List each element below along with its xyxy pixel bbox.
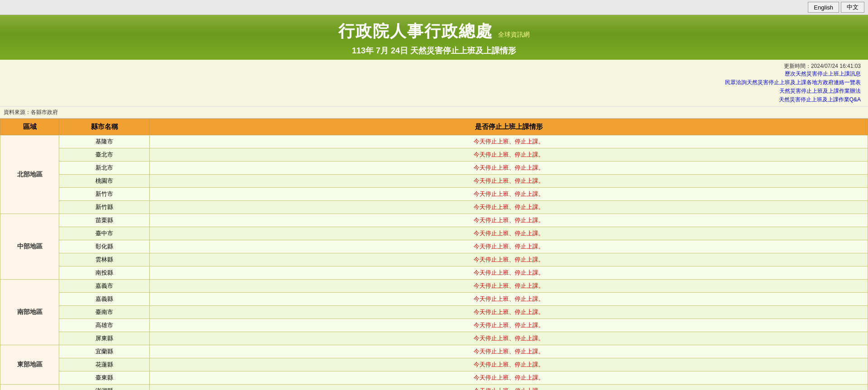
region-cell: 北部地區 [0, 135, 59, 214]
chinese-button[interactable]: 中文 [841, 2, 864, 13]
table-row: 桃園市今天停止上班、停止上課。 [0, 175, 868, 188]
city-cell: 新北市 [59, 162, 150, 175]
table-row: 臺南市今天停止上班、停止上課。 [0, 306, 868, 319]
status-text: 今天停止上班、停止上課。 [474, 177, 544, 184]
info-link[interactable]: 歷次天然災害停止上班上課訊息 [785, 70, 861, 78]
status-cell: 今天停止上班、停止上課。 [150, 175, 868, 188]
links-block: 歷次天然災害停止上班上課訊息民眾洽詢天然災害停止上班及上課各地方政府連絡一覽表天… [725, 70, 861, 104]
city-cell: 臺北市 [59, 148, 150, 162]
table-row: 南部地區嘉義市今天停止上班、停止上課。 [0, 280, 868, 293]
table-row: 嘉義縣今天停止上班、停止上課。 [0, 293, 868, 306]
status-text: 今天停止上班、停止上課。 [474, 256, 544, 263]
city-cell: 嘉義縣 [59, 293, 150, 306]
status-cell: 今天停止上班、停止上課。 [150, 371, 868, 385]
header-date: 113年 7月 24日 天然災害停止上班及上課情形 [0, 45, 868, 56]
city-cell: 臺南市 [59, 306, 150, 319]
status-text: 今天停止上班、停止上課。 [474, 190, 544, 197]
table-row: 中部地區苗栗縣今天停止上班、停止上課。 [0, 214, 868, 227]
status-cell: 今天停止上班、停止上課。 [150, 227, 868, 240]
status-text: 今天停止上班、停止上課。 [474, 164, 544, 171]
table-row: 彰化縣今天停止上班、停止上課。 [0, 240, 868, 253]
status-text: 今天停止上班、停止上課。 [474, 230, 544, 237]
city-cell: 屏東縣 [59, 332, 150, 345]
header-title-line: 行政院人事行政總處 全球資訊網 [0, 20, 868, 43]
source-bar: 資料來源：各縣市政府 [0, 107, 868, 119]
table-row: 臺東縣今天停止上班、停止上課。 [0, 371, 868, 385]
status-text: 今天停止上班、停止上課。 [474, 217, 544, 224]
status-cell: 今天停止上班、停止上課。 [150, 214, 868, 227]
table-row: 高雄市今天停止上班、停止上課。 [0, 319, 868, 332]
city-cell: 澎湖縣 [59, 385, 150, 390]
info-bar: 更新時間：2024/07/24 16:41:03 歷次天然災害停止上班上課訊息民… [0, 60, 868, 107]
status-text: 今天停止上班、停止上課。 [474, 269, 544, 276]
status-cell: 今天停止上班、停止上課。 [150, 293, 868, 306]
info-link[interactable]: 天然災害停止上班及上課作業Q&A [779, 96, 861, 104]
table-body: 北部地區基隆市今天停止上班、停止上課。臺北市今天停止上班、停止上課。新北市今天停… [0, 135, 868, 390]
col-header-region: 區域 [0, 119, 59, 135]
main-table: 區域 縣市名稱 是否停止上班上課情形 北部地區基隆市今天停止上班、停止上課。臺北… [0, 119, 868, 390]
city-cell: 雲林縣 [59, 253, 150, 266]
table-row: 新竹市今天停止上班、停止上課。 [0, 188, 868, 201]
col-header-status: 是否停止上班上課情形 [150, 119, 868, 135]
status-text: 今天停止上班、停止上課。 [474, 361, 544, 368]
status-text: 今天停止上班、停止上課。 [474, 387, 544, 390]
status-cell: 今天停止上班、停止上課。 [150, 162, 868, 175]
table-row: 臺北市今天停止上班、停止上課。 [0, 148, 868, 162]
region-cell: 外島地區 [0, 385, 59, 390]
table-row: 花蓮縣今天停止上班、停止上課。 [0, 358, 868, 371]
table-row: 外島地區澎湖縣今天停止上班、停止上課。 [0, 385, 868, 390]
city-cell: 新竹市 [59, 188, 150, 201]
header-subtitle: 全球資訊網 [498, 31, 530, 38]
region-cell: 南部地區 [0, 280, 59, 345]
city-cell: 新竹縣 [59, 201, 150, 214]
status-text: 今天停止上班、停止上課。 [474, 282, 544, 289]
status-cell: 今天停止上班、停止上課。 [150, 358, 868, 371]
status-text: 今天停止上班、停止上課。 [474, 374, 544, 381]
table-row: 南投縣今天停止上班、停止上課。 [0, 266, 868, 280]
status-cell: 今天停止上班、停止上課。 [150, 345, 868, 358]
info-link[interactable]: 民眾洽詢天然災害停止上班及上課各地方政府連絡一覽表 [725, 79, 861, 86]
status-text: 今天停止上班、停止上課。 [474, 309, 544, 315]
city-cell: 宜蘭縣 [59, 345, 150, 358]
info-link[interactable]: 天然災害停止上班及上課作業辦法 [779, 87, 861, 95]
table-row: 北部地區基隆市今天停止上班、停止上課。 [0, 135, 868, 148]
city-cell: 桃園市 [59, 175, 150, 188]
top-bar: English 中文 [0, 0, 868, 15]
city-cell: 基隆市 [59, 135, 150, 148]
status-cell: 今天停止上班、停止上課。 [150, 332, 868, 345]
table-row: 臺中市今天停止上班、停止上課。 [0, 227, 868, 240]
status-cell: 今天停止上班、停止上課。 [150, 385, 868, 390]
status-cell: 今天停止上班、停止上課。 [150, 240, 868, 253]
table-row: 雲林縣今天停止上班、停止上課。 [0, 253, 868, 266]
status-text: 今天停止上班、停止上課。 [474, 295, 544, 302]
source-text: 資料來源：各縣市政府 [4, 109, 58, 115]
region-cell: 東部地區 [0, 345, 59, 385]
status-cell: 今天停止上班、停止上課。 [150, 188, 868, 201]
city-cell: 花蓮縣 [59, 358, 150, 371]
status-text: 今天停止上班、停止上課。 [474, 204, 544, 210]
col-header-city: 縣市名稱 [59, 119, 150, 135]
city-cell: 苗栗縣 [59, 214, 150, 227]
table-head: 區域 縣市名稱 是否停止上班上課情形 [0, 119, 868, 135]
status-cell: 今天停止上班、停止上課。 [150, 266, 868, 280]
city-cell: 臺中市 [59, 227, 150, 240]
city-cell: 彰化縣 [59, 240, 150, 253]
status-text: 今天停止上班、停止上課。 [474, 348, 544, 355]
city-cell: 臺東縣 [59, 371, 150, 385]
table-row: 新北市今天停止上班、停止上課。 [0, 162, 868, 175]
header: 行政院人事行政總處 全球資訊網 113年 7月 24日 天然災害停止上班及上課情… [0, 15, 868, 60]
english-button[interactable]: English [808, 2, 839, 13]
region-cell: 中部地區 [0, 214, 59, 280]
header-main-title: 行政院人事行政總處 [338, 22, 493, 40]
table-row: 新竹縣今天停止上班、停止上課。 [0, 201, 868, 214]
status-cell: 今天停止上班、停止上課。 [150, 253, 868, 266]
city-cell: 南投縣 [59, 266, 150, 280]
status-cell: 今天停止上班、停止上課。 [150, 306, 868, 319]
status-text: 今天停止上班、停止上課。 [474, 151, 544, 158]
status-text: 今天停止上班、停止上課。 [474, 322, 544, 328]
table-row: 屏東縣今天停止上班、停止上課。 [0, 332, 868, 345]
status-cell: 今天停止上班、停止上課。 [150, 319, 868, 332]
status-cell: 今天停止上班、停止上課。 [150, 135, 868, 148]
update-time: 更新時間：2024/07/24 16:41:03 [725, 62, 861, 70]
status-text: 今天停止上班、停止上課。 [474, 138, 544, 145]
